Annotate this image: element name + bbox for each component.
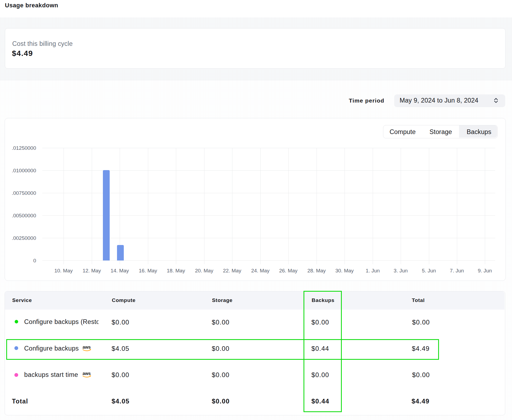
svg-text:22. May: 22. May <box>223 268 241 273</box>
svg-text:14. May: 14. May <box>110 268 129 273</box>
svg-text:aws: aws <box>83 371 91 376</box>
svg-text:7. Jun: 7. Jun <box>450 268 464 273</box>
svg-text:.01250000: .01250000 <box>12 145 36 151</box>
svg-text:3. Jun: 3. Jun <box>394 268 408 273</box>
svg-text:20. May: 20. May <box>195 268 213 273</box>
svg-text:1. Jun: 1. Jun <box>366 268 380 273</box>
svg-text:.00750000: .00750000 <box>12 190 36 196</box>
svg-text:9. Jun: 9. Jun <box>478 268 492 273</box>
svg-text:0: 0 <box>33 258 36 263</box>
svg-text:.00250000: .00250000 <box>12 235 36 241</box>
svg-text:12. May: 12. May <box>83 268 101 273</box>
svg-text:28. May: 28. May <box>307 268 326 273</box>
svg-text:26. May: 26. May <box>279 268 298 273</box>
svg-text:5. Jun: 5. Jun <box>422 268 436 273</box>
svg-text:10. May: 10. May <box>54 268 73 273</box>
svg-text:18. May: 18. May <box>167 268 185 273</box>
svg-text:24. May: 24. May <box>251 268 270 273</box>
svg-text:16. May: 16. May <box>139 268 157 273</box>
svg-text:.00500000: .00500000 <box>12 213 36 218</box>
svg-text:30. May: 30. May <box>335 268 354 273</box>
svg-text:.01000000: .01000000 <box>12 168 36 173</box>
